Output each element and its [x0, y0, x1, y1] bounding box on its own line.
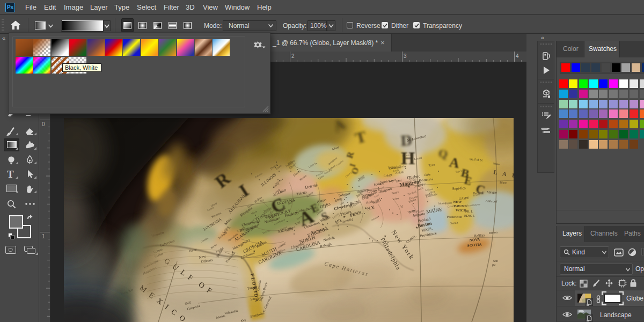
svg-text:3: 3 [404, 53, 407, 59]
svg-text:2: 2 [291, 53, 295, 59]
svg-text:1: 1 [42, 233, 45, 239]
svg-text:0: 0 [42, 121, 45, 127]
svg-text:4: 4 [516, 53, 519, 59]
